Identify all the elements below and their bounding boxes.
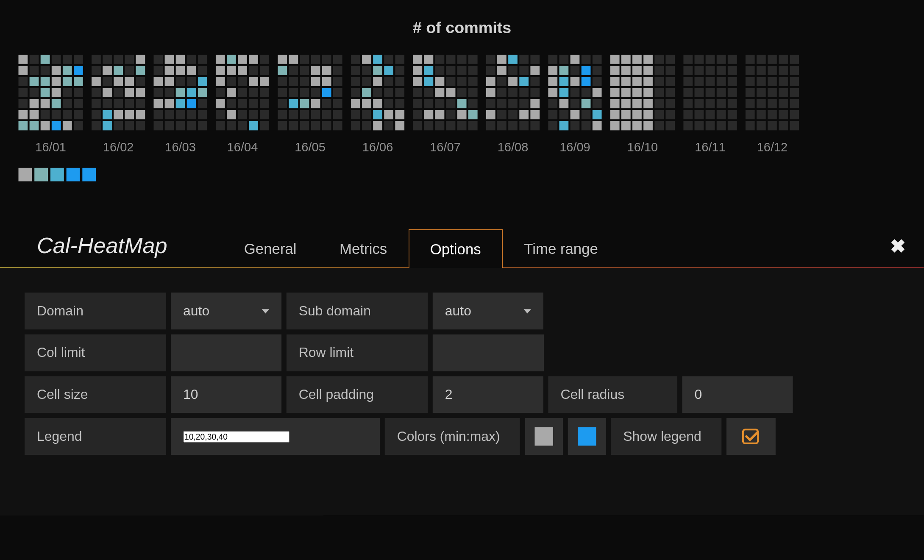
heatmap-cell[interactable]: [362, 88, 371, 97]
heatmap-cell[interactable]: [446, 99, 456, 108]
heatmap-cell[interactable]: [198, 77, 207, 86]
heatmap-cell[interactable]: [582, 77, 591, 86]
heatmap-cell[interactable]: [757, 55, 766, 64]
heatmap-cell[interactable]: [717, 110, 726, 120]
heatmap-cell[interactable]: [395, 121, 404, 131]
heatmap-cell[interactable]: [278, 88, 287, 97]
heatmap-cell[interactable]: [30, 99, 39, 108]
heatmap-cell[interactable]: [63, 55, 72, 64]
heatmap-cell[interactable]: [593, 88, 602, 97]
heatmap-cell[interactable]: [497, 55, 507, 64]
heatmap-cell[interactable]: [289, 66, 298, 75]
heatmap-cell[interactable]: [435, 77, 445, 86]
heatmap-cell[interactable]: [446, 121, 456, 131]
heatmap-cell[interactable]: [249, 66, 258, 75]
heatmap-cell[interactable]: [530, 66, 540, 75]
heatmap-cell[interactable]: [227, 55, 236, 64]
heatmap-cell[interactable]: [125, 88, 134, 97]
heatmap-cell[interactable]: [519, 66, 529, 75]
heatmap-cell[interactable]: [548, 55, 557, 64]
heatmap-cell[interactable]: [19, 66, 28, 75]
heatmap-cell[interactable]: [52, 110, 61, 120]
heatmap-cell[interactable]: [468, 110, 478, 120]
heatmap-cell[interactable]: [435, 55, 445, 64]
heatmap-cell[interactable]: [289, 110, 298, 120]
tab-metrics[interactable]: Metrics: [318, 228, 409, 267]
heatmap-cell[interactable]: [790, 66, 799, 75]
heatmap-cell[interactable]: [683, 88, 693, 97]
heatmap-cell[interactable]: [593, 66, 602, 75]
heatmap-cell[interactable]: [530, 55, 540, 64]
heatmap-cell[interactable]: [746, 121, 755, 131]
heatmap-cell[interactable]: [322, 88, 331, 97]
heatmap-cell[interactable]: [571, 121, 580, 131]
heatmap-cell[interactable]: [683, 99, 693, 108]
heatmap-cell[interactable]: [300, 88, 309, 97]
heatmap-cell[interactable]: [757, 110, 766, 120]
heatmap-cell[interactable]: [571, 110, 580, 120]
heatmap-cell[interactable]: [654, 110, 664, 120]
heatmap-cell[interactable]: [582, 88, 591, 97]
heatmap-cell[interactable]: [695, 77, 704, 86]
heatmap-cell[interactable]: [424, 99, 434, 108]
heatmap-cell[interactable]: [413, 99, 422, 108]
heatmap-cell[interactable]: [176, 55, 185, 64]
heatmap-cell[interactable]: [227, 121, 236, 131]
heatmap-cell[interactable]: [457, 121, 467, 131]
heatmap-cell[interactable]: [260, 110, 269, 120]
heatmap-cell[interactable]: [311, 66, 320, 75]
heatmap-cell[interactable]: [238, 99, 247, 108]
heatmap-cell[interactable]: [757, 99, 766, 108]
heatmap-cell[interactable]: [519, 110, 529, 120]
heatmap-cell[interactable]: [395, 66, 404, 75]
heatmap-cell[interactable]: [74, 55, 83, 64]
heatmap-cell[interactable]: [373, 99, 382, 108]
heatmap-cell[interactable]: [457, 77, 467, 86]
heatmap-cell[interactable]: [362, 77, 371, 86]
heatmap-cell[interactable]: [384, 88, 393, 97]
heatmap-cell[interactable]: [300, 55, 309, 64]
heatmap-cell[interactable]: [632, 121, 642, 131]
heatmap-cell[interactable]: [41, 110, 50, 120]
heatmap-cell[interactable]: [30, 55, 39, 64]
heatmap-cell[interactable]: [717, 99, 726, 108]
heatmap-cell[interactable]: [30, 77, 39, 86]
heatmap-cell[interactable]: [548, 88, 557, 97]
heatmap-cell[interactable]: [446, 88, 456, 97]
heatmap-cell[interactable]: [435, 121, 445, 131]
heatmap-cell[interactable]: [779, 110, 788, 120]
heatmap-cell[interactable]: [278, 99, 287, 108]
heatmap-cell[interactable]: [621, 77, 631, 86]
heatmap-cell[interactable]: [187, 66, 196, 75]
heatmap-cell[interactable]: [187, 121, 196, 131]
heatmap-cell[interactable]: [74, 121, 83, 131]
heatmap-cell[interactable]: [413, 121, 422, 131]
heatmap-cell[interactable]: [198, 99, 207, 108]
heatmap-cell[interactable]: [103, 55, 112, 64]
heatmap-cell[interactable]: [530, 77, 540, 86]
heatmap-cell[interactable]: [384, 99, 393, 108]
heatmap-cell[interactable]: [30, 88, 39, 97]
heatmap-cell[interactable]: [665, 99, 675, 108]
heatmap-cell[interactable]: [238, 110, 247, 120]
heatmap-cell[interactable]: [497, 99, 507, 108]
heatmap-cell[interactable]: [165, 110, 174, 120]
tab-time-range[interactable]: Time range: [502, 228, 619, 267]
heatmap-cell[interactable]: [154, 66, 163, 75]
heatmap-cell[interactable]: [486, 55, 495, 64]
heatmap-cell[interactable]: [508, 66, 518, 75]
heatmap-cell[interactable]: [322, 55, 331, 64]
heatmap-cell[interactable]: [457, 66, 467, 75]
heatmap-cell[interactable]: [548, 77, 557, 86]
heatmap-cell[interactable]: [621, 66, 631, 75]
heatmap-cell[interactable]: [486, 110, 495, 120]
heatmap-cell[interactable]: [187, 55, 196, 64]
heatmap-cell[interactable]: [289, 99, 298, 108]
close-icon[interactable]: ✖: [890, 235, 905, 257]
heatmap-cell[interactable]: [92, 110, 101, 120]
row-limit-input[interactable]: [433, 334, 543, 371]
heatmap-cell[interactable]: [508, 88, 518, 97]
heatmap-cell[interactable]: [322, 110, 331, 120]
heatmap-cell[interactable]: [260, 55, 269, 64]
heatmap-cell[interactable]: [165, 99, 174, 108]
